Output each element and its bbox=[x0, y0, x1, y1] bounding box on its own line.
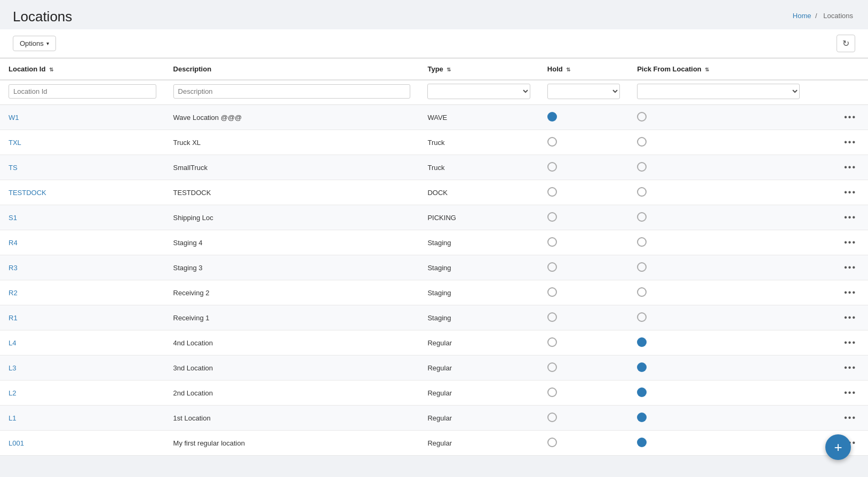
options-button[interactable]: Options ▾ bbox=[13, 36, 56, 51]
table-row: R2Receiving 2Staging••• bbox=[0, 280, 868, 305]
cell-description: 2nd Location bbox=[165, 381, 419, 406]
cell-type: Truck bbox=[419, 130, 538, 155]
cell-hold bbox=[539, 255, 628, 280]
more-actions-button[interactable]: ••• bbox=[841, 362, 859, 374]
breadcrumb-separator: / bbox=[815, 12, 817, 20]
cell-type: Regular bbox=[419, 431, 538, 456]
cell-pick-from-location bbox=[628, 406, 808, 431]
cell-location-id: TS bbox=[0, 155, 165, 180]
location-id-link[interactable]: R4 bbox=[9, 239, 18, 247]
more-actions-button[interactable]: ••• bbox=[841, 136, 859, 148]
table-row: W1Wave Location @@@WAVE••• bbox=[0, 105, 868, 130]
cell-pick-from-location bbox=[628, 155, 808, 180]
pick-empty-icon bbox=[637, 162, 647, 172]
pick-empty-icon bbox=[637, 112, 647, 122]
col-header-description: Description bbox=[165, 59, 419, 80]
more-actions-button[interactable]: ••• bbox=[841, 312, 859, 324]
location-id-link[interactable]: L1 bbox=[9, 414, 16, 422]
location-id-link[interactable]: R1 bbox=[9, 314, 18, 322]
filter-select-hold[interactable]: Yes No bbox=[547, 84, 620, 99]
cell-hold bbox=[539, 305, 628, 330]
cell-actions: ••• bbox=[808, 105, 868, 130]
cell-pick-from-location bbox=[628, 431, 808, 456]
cell-actions: ••• bbox=[808, 381, 868, 406]
location-id-link[interactable]: TS bbox=[9, 164, 18, 172]
table-wrapper: Location Id ⇅ Description Type ⇅ Hold ⇅ bbox=[0, 58, 868, 456]
col-header-hold[interactable]: Hold ⇅ bbox=[539, 59, 628, 80]
more-actions-button[interactable]: ••• bbox=[841, 387, 859, 399]
cell-location-id: R2 bbox=[0, 280, 165, 305]
table-row: TXLTruck XLTruck••• bbox=[0, 130, 868, 155]
cell-pick-from-location bbox=[628, 180, 808, 205]
locations-table: Location Id ⇅ Description Type ⇅ Hold ⇅ bbox=[0, 59, 868, 456]
more-actions-button[interactable]: ••• bbox=[841, 187, 859, 198]
cell-pick-from-location bbox=[628, 130, 808, 155]
location-id-link[interactable]: R3 bbox=[9, 264, 18, 272]
cell-type: WAVE bbox=[419, 105, 538, 130]
hold-empty-icon bbox=[547, 438, 557, 447]
more-actions-button[interactable]: ••• bbox=[841, 212, 859, 223]
more-actions-button[interactable]: ••• bbox=[841, 237, 859, 248]
table-header-row: Location Id ⇅ Description Type ⇅ Hold ⇅ bbox=[0, 59, 868, 80]
location-id-link[interactable]: L2 bbox=[9, 389, 16, 397]
filter-select-pick[interactable]: Yes No bbox=[637, 84, 800, 99]
cell-location-id: W1 bbox=[0, 105, 165, 130]
breadcrumb-home[interactable]: Home bbox=[793, 12, 811, 20]
location-id-link[interactable]: TXL bbox=[9, 139, 21, 147]
cell-description: Truck XL bbox=[165, 130, 419, 155]
sort-icon-hold: ⇅ bbox=[566, 67, 570, 72]
cell-hold bbox=[539, 230, 628, 255]
pick-empty-icon bbox=[637, 212, 647, 222]
col-header-pick-from-location[interactable]: Pick From Location ⇅ bbox=[628, 59, 808, 80]
pick-filled-icon bbox=[637, 413, 647, 422]
pick-filled-icon bbox=[637, 438, 647, 447]
cell-pick-from-location bbox=[628, 105, 808, 130]
hold-empty-icon bbox=[547, 362, 557, 372]
cell-location-id: L001 bbox=[0, 431, 165, 456]
more-actions-button[interactable]: ••• bbox=[841, 111, 859, 123]
col-header-type[interactable]: Type ⇅ bbox=[419, 59, 538, 80]
filter-cell-actions bbox=[808, 80, 868, 105]
cell-hold bbox=[539, 105, 628, 130]
cell-pick-from-location bbox=[628, 330, 808, 355]
location-id-link[interactable]: TESTDOCK bbox=[9, 189, 46, 197]
cell-description: Staging 3 bbox=[165, 255, 419, 280]
more-actions-button[interactable]: ••• bbox=[841, 161, 859, 173]
pick-empty-icon bbox=[637, 287, 647, 297]
cell-actions: ••• bbox=[808, 355, 868, 381]
location-id-link[interactable]: R2 bbox=[9, 289, 18, 297]
col-header-location-id[interactable]: Location Id ⇅ bbox=[0, 59, 165, 80]
filter-input-description[interactable] bbox=[173, 84, 411, 99]
add-location-button[interactable]: + bbox=[825, 434, 851, 460]
location-id-link[interactable]: W1 bbox=[9, 114, 19, 122]
more-actions-button[interactable]: ••• bbox=[841, 337, 859, 349]
cell-actions: ••• bbox=[808, 305, 868, 330]
cell-hold bbox=[539, 155, 628, 180]
pick-empty-icon bbox=[637, 312, 647, 322]
cell-pick-from-location bbox=[628, 355, 808, 381]
filter-row: WAVE Truck DOCK PICKING Staging Regular … bbox=[0, 80, 868, 105]
cell-hold bbox=[539, 406, 628, 431]
more-actions-button[interactable]: ••• bbox=[841, 412, 859, 424]
refresh-button[interactable]: ↻ bbox=[837, 35, 855, 52]
location-id-link[interactable]: S1 bbox=[9, 214, 17, 222]
cell-pick-from-location bbox=[628, 205, 808, 230]
more-actions-button[interactable]: ••• bbox=[841, 262, 859, 273]
cell-description: Wave Location @@@ bbox=[165, 105, 419, 130]
cell-actions: ••• bbox=[808, 180, 868, 205]
location-id-link[interactable]: L001 bbox=[9, 439, 24, 447]
cell-hold bbox=[539, 280, 628, 305]
filter-cell-pick: Yes No bbox=[628, 80, 808, 105]
table-row: L22nd LocationRegular••• bbox=[0, 381, 868, 406]
cell-location-id: L3 bbox=[0, 355, 165, 381]
table-row: L44nd LocationRegular••• bbox=[0, 330, 868, 355]
cell-description: 3nd Location bbox=[165, 355, 419, 381]
cell-description: TESTDOCK bbox=[165, 180, 419, 205]
filter-select-type[interactable]: WAVE Truck DOCK PICKING Staging Regular bbox=[427, 84, 530, 99]
more-actions-button[interactable]: ••• bbox=[841, 287, 859, 298]
cell-location-id: TESTDOCK bbox=[0, 180, 165, 205]
filter-input-location-id[interactable] bbox=[9, 84, 156, 99]
location-id-link[interactable]: L4 bbox=[9, 339, 16, 347]
location-id-link[interactable]: L3 bbox=[9, 364, 16, 372]
cell-pick-from-location bbox=[628, 255, 808, 280]
